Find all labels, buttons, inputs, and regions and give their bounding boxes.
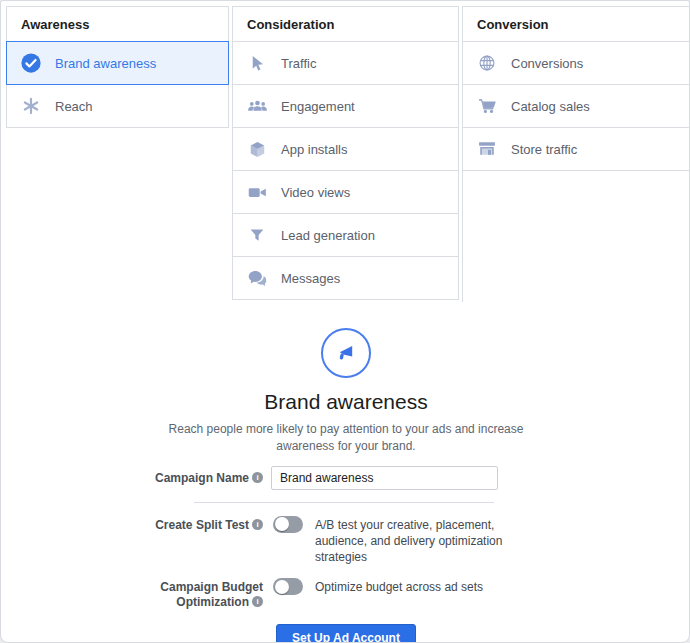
column-header-consideration: Consideration (232, 6, 459, 42)
info-icon[interactable] (252, 519, 263, 530)
info-icon[interactable] (252, 596, 263, 607)
objective-label: Messages (281, 271, 340, 286)
budget-optimization-toggle[interactable] (273, 578, 303, 595)
objective-title: Brand awareness (1, 390, 690, 414)
column-title: Awareness (21, 17, 89, 32)
objective-detail: Brand awareness Reach people more likely… (1, 328, 690, 643)
column-title: Conversion (477, 17, 549, 32)
megaphone-icon (321, 328, 371, 378)
column-awareness: Awareness Brand awareness Reach (6, 6, 229, 128)
campaign-objective-panel: Awareness Brand awareness Reach Consider… (0, 0, 690, 643)
column-header-awareness: Awareness (6, 6, 229, 42)
objective-label: Catalog sales (511, 99, 590, 114)
objective-label: App installs (281, 142, 347, 157)
campaign-form: Campaign Name Create Split Test A/B test… (1, 466, 690, 643)
globe-icon (476, 52, 498, 74)
form-divider (194, 502, 494, 503)
objective-label: Conversions (511, 56, 583, 71)
objective-label: Traffic (281, 56, 316, 71)
asterisk-icon (20, 95, 42, 117)
campaign-name-row: Campaign Name (1, 466, 690, 490)
campaign-name-label: Campaign Name (1, 466, 271, 486)
column-header-conversion: Conversion (462, 6, 690, 42)
objective-item-engagement[interactable]: Engagement (232, 84, 459, 128)
objective-label: Video views (281, 185, 350, 200)
objective-label: Engagement (281, 99, 355, 114)
column-title: Consideration (247, 17, 334, 32)
split-test-description: A/B test your creative, placement, audie… (315, 513, 527, 566)
objective-item-catalog-sales[interactable]: Catalog sales (462, 84, 690, 128)
people-icon (246, 95, 268, 117)
storefront-icon (476, 138, 498, 160)
objective-item-traffic[interactable]: Traffic (232, 41, 459, 85)
set-up-ad-account-button[interactable]: Set Up Ad Account (276, 624, 416, 643)
objective-label: Brand awareness (55, 56, 156, 71)
chat-bubbles-icon (246, 267, 268, 289)
split-test-label: Create Split Test (1, 513, 271, 533)
budget-optimization-description: Optimize budget across ad sets (315, 575, 483, 595)
objective-item-store-traffic[interactable]: Store traffic (462, 127, 690, 171)
column-consideration: Consideration Traffic Engagement App ins… (232, 6, 459, 300)
objective-label: Lead generation (281, 228, 375, 243)
objective-description: Reach people more likely to pay attentio… (156, 421, 536, 456)
column-conversion: Conversion Conversions Catalog sales Sto… (462, 6, 690, 302)
objective-label: Store traffic (511, 142, 577, 157)
info-icon[interactable] (252, 472, 263, 483)
check-circle-icon (20, 52, 42, 74)
objective-item-reach[interactable]: Reach (6, 84, 229, 128)
budget-optimization-label: Campaign Budget Optimization (1, 575, 271, 610)
cursor-icon (246, 52, 268, 74)
objective-item-app-installs[interactable]: App installs (232, 127, 459, 171)
objective-item-brand-awareness[interactable]: Brand awareness (6, 41, 229, 85)
split-test-row: Create Split Test A/B test your creative… (1, 513, 690, 566)
objective-item-lead-generation[interactable]: Lead generation (232, 213, 459, 257)
objective-item-messages[interactable]: Messages (232, 256, 459, 300)
budget-optimization-row: Campaign Budget Optimization Optimize bu… (1, 575, 690, 610)
campaign-name-input[interactable] (271, 466, 498, 490)
funnel-icon (246, 224, 268, 246)
split-test-toggle[interactable] (273, 516, 303, 533)
video-camera-icon (246, 181, 268, 203)
objective-item-conversions[interactable]: Conversions (462, 41, 690, 85)
objective-item-video-views[interactable]: Video views (232, 170, 459, 214)
cart-icon (476, 95, 498, 117)
column-divider-extension (462, 170, 690, 302)
cube-icon (246, 138, 268, 160)
objective-label: Reach (55, 99, 93, 114)
